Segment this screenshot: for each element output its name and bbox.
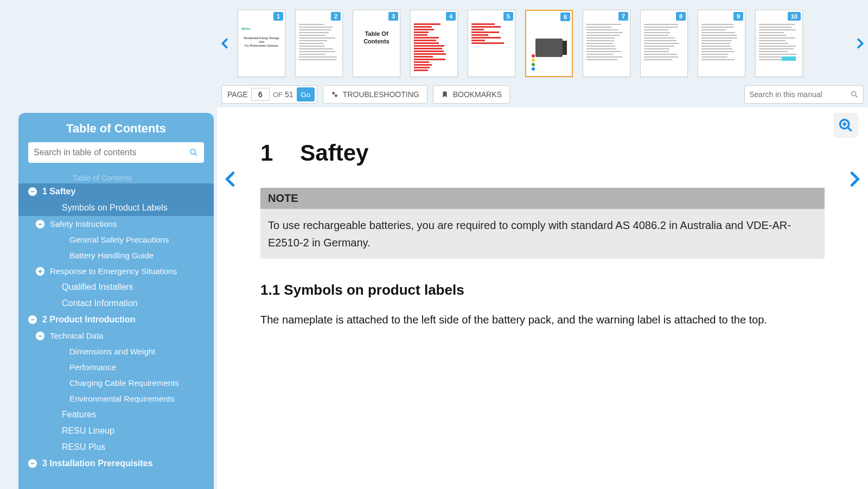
collapse-icon[interactable]: − <box>28 459 37 468</box>
collapse-icon[interactable]: − <box>36 332 44 340</box>
toc-item-label: Battery Handling Guide <box>69 251 154 260</box>
toc-item[interactable]: −1 Saftey <box>18 183 214 200</box>
thumbnail-page-6[interactable]: 6 <box>525 10 573 77</box>
section-number: 1 <box>260 140 273 166</box>
bookmarks-label: BOOKMARKS <box>453 90 502 99</box>
search-icon <box>850 90 859 99</box>
page-number-badge: 10 <box>788 12 801 21</box>
toc-sidebar: Table of Contents Table of Contents −1 S… <box>18 113 214 489</box>
toc-item[interactable]: −Technical Data <box>18 328 214 344</box>
thumbnail-page-1[interactable]: 1RESUResidential Energy Storage UnitFor … <box>238 10 285 77</box>
toc-item[interactable]: Dimensions and Weight <box>18 344 214 359</box>
collapse-icon[interactable]: − <box>28 187 37 196</box>
toc-item[interactable]: Battery Handling Guide <box>18 247 214 263</box>
manual-search-input[interactable] <box>749 90 850 99</box>
toc-item-label: Contact Information <box>62 299 138 308</box>
toc-item-label: Safety Instructions <box>50 219 117 228</box>
page-number-badge: 7 <box>618 12 628 21</box>
manual-search[interactable] <box>744 85 864 104</box>
svg-line-5 <box>195 154 197 156</box>
toc-item-label: Technical Data <box>50 331 103 340</box>
thumbnail-page-2[interactable]: 2 <box>295 10 343 77</box>
toc-item[interactable]: Performance <box>18 359 214 375</box>
zoom-in-button[interactable] <box>833 113 858 138</box>
note-label: NOTE <box>260 188 825 209</box>
toc-item-label: Dimensions and Weight <box>69 347 155 356</box>
go-button[interactable]: Go <box>297 87 315 101</box>
gears-icon <box>331 91 339 98</box>
toc-item[interactable]: +Response to Emergency Situations <box>18 263 214 279</box>
svg-point-4 <box>190 149 195 154</box>
thumbnail-preview: Table Of Contents <box>356 22 397 73</box>
toc-item-label: Charging Cable Requirements <box>69 378 179 388</box>
svg-line-7 <box>848 128 852 131</box>
collapse-icon[interactable]: − <box>28 315 37 324</box>
toc-item[interactable]: Features <box>18 407 214 423</box>
thumbnail-preview <box>299 22 339 73</box>
toc-item[interactable]: RESU Plus <box>18 439 214 455</box>
thumbnail-page-5[interactable]: 5 <box>468 10 515 77</box>
thumbnail-preview <box>471 22 512 73</box>
troubleshooting-button[interactable]: TROUBLESHOOTING <box>323 85 427 104</box>
thumbnail-page-7[interactable]: 7 <box>583 10 630 77</box>
page-number-badge: 3 <box>388 12 398 21</box>
toc-item-label: 1 Saftey <box>42 187 75 196</box>
page-content: 1 Saftey NOTE To use rechargeable batter… <box>217 107 868 329</box>
page-number-badge: 4 <box>446 12 456 21</box>
troubleshooting-label: TROUBLESHOOTING <box>343 90 419 99</box>
page-number-badge: 6 <box>560 12 570 21</box>
toc-item[interactable]: Qualified Installers <box>18 279 214 295</box>
toolbar: PAGE OF 51 Go TROUBLESHOOTING BOOKMARKS <box>217 84 868 105</box>
page-selector: PAGE OF 51 Go <box>221 85 317 104</box>
page-input[interactable] <box>251 88 270 101</box>
collapse-icon[interactable]: − <box>36 220 44 228</box>
svg-point-1 <box>335 94 337 97</box>
page-number-badge: 8 <box>676 12 686 21</box>
thumbnail-preview: RESUResidential Energy Storage UnitFor P… <box>241 22 282 73</box>
toc-item-label: Table of Contents <box>73 174 132 182</box>
toc-item[interactable]: Environmental Requirements <box>18 391 214 407</box>
page-next-button[interactable] <box>844 169 864 189</box>
total-pages: 51 <box>285 90 293 99</box>
page-prev-button[interactable] <box>221 169 241 189</box>
svg-line-3 <box>856 96 857 97</box>
thumbnail-strip: 1RESUResidential Energy Storage UnitFor … <box>217 5 868 81</box>
toc-item-label: Features <box>62 410 96 420</box>
note-text: To use rechargeable batteries, you are r… <box>260 209 825 259</box>
page-label: PAGE <box>227 90 248 99</box>
toc-item[interactable]: −2 Product Introduction <box>18 312 214 328</box>
toc-list[interactable]: Table of Contents −1 SafteySymbols on Pr… <box>18 173 214 489</box>
bookmarks-button[interactable]: BOOKMARKS <box>433 85 510 104</box>
toc-search[interactable] <box>28 142 204 163</box>
toc-item-cutoff[interactable]: Table of Contents <box>18 173 214 183</box>
thumb-next-button[interactable] <box>852 35 868 52</box>
zoom-in-icon <box>838 118 853 133</box>
toc-item[interactable]: −Safety Instructions <box>18 216 214 232</box>
thumbnail-page-10[interactable]: 10 <box>755 10 803 77</box>
toc-item-label: Performance <box>69 363 116 372</box>
toc-item[interactable]: Contact Information <box>18 295 214 312</box>
toc-search-input[interactable] <box>34 148 189 157</box>
search-icon <box>189 148 199 157</box>
thumbnail-page-9[interactable]: 9 <box>698 10 745 77</box>
thumbnail-preview <box>759 22 799 73</box>
thumbnail-page-4[interactable]: 4 <box>410 10 458 77</box>
toc-item-label: RESU Lineup <box>62 426 114 436</box>
of-label: OF <box>273 91 283 99</box>
thumbnail-page-3[interactable]: 3Table Of Contents <box>353 10 400 77</box>
toc-item[interactable]: RESU Lineup <box>18 423 214 439</box>
section-heading: 1 Saftey <box>260 140 825 166</box>
thumb-prev-button[interactable] <box>217 35 233 52</box>
toc-item[interactable]: Charging Cable Requirements <box>18 375 214 391</box>
thumbnail-page-8[interactable]: 8 <box>640 10 688 77</box>
expand-icon[interactable]: + <box>36 267 44 276</box>
chevron-left-icon <box>219 37 231 49</box>
thumbnail-preview <box>414 22 454 73</box>
bookmark-icon <box>441 91 449 98</box>
thumbnail-preview <box>586 22 627 73</box>
toc-item[interactable]: Symbols on Product Labels <box>18 200 214 216</box>
toc-item-label: Response to Emergency Situations <box>50 266 177 276</box>
toc-item[interactable]: General Safety Precautions <box>18 232 214 247</box>
toc-item[interactable]: −3 Installation Prerequisites <box>18 455 214 472</box>
thumbnail-preview <box>529 23 569 73</box>
